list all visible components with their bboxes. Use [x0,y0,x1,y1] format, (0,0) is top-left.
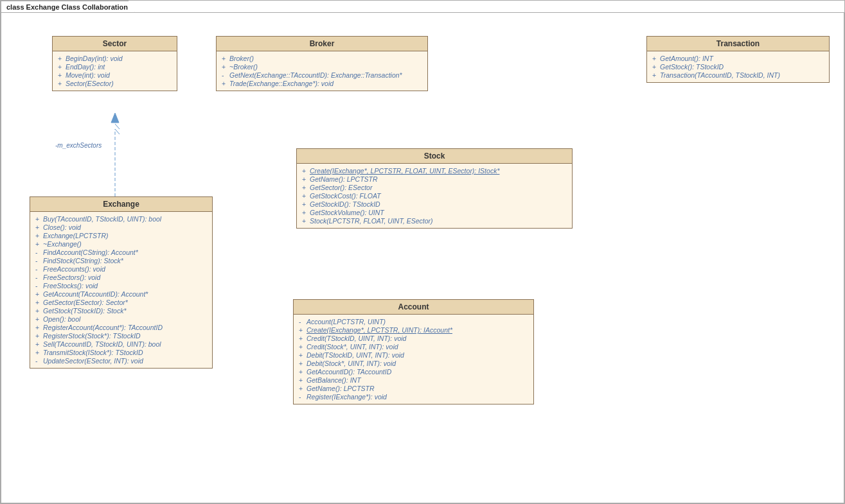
class-exchange-body: +Buy(TAccountID, TStockID, UINT): bool +… [30,212,212,368]
visibility: + [652,55,657,62]
list-item: +Debit(TStockID, UINT, INT): void [299,351,528,359]
visibility: - [222,71,227,79]
class-stock-body: +Create(IExchange*, LPCTSTR, FLOAT, UINT… [297,164,572,228]
list-item: +GetStockVolume(): UINT [302,209,567,216]
class-exchange-header: Exchange [30,197,212,212]
visibility: + [222,55,227,62]
class-stock: Stock +Create(IExchange*, LPCTSTR, FLOAT… [296,148,573,229]
list-item: +Open(): bool [35,315,207,323]
list-item: +GetBalance(): INT [299,376,528,384]
class-exchange: Exchange +Buy(TAccountID, TStockID, UINT… [30,196,213,369]
class-account: Account -Account(LPCTSTR, UINT) +Create(… [293,299,534,404]
list-item: +GetStockID(): TStockID [302,200,567,208]
member-text: Trade(Exchange::Exchange*): void [229,80,334,87]
diagram-container: class Exchange Class Collaboration -m_ex… [0,0,845,504]
member-text: ~Broker() [229,63,258,71]
list-item: + GetStock(): TStockID [652,63,824,71]
class-sector-body: + BeginDay(int): void + EndDay(): int + … [53,51,177,91]
member-text: Broker() [229,55,254,62]
list-item: +TransmitStock(IStock*): TStockID [35,349,207,356]
member-text: EndDay(): int [66,63,105,71]
member-text: Move(int): void [66,71,110,79]
list-item: -FreeSectors(): void [35,274,207,281]
list-item: +~Exchange() [35,240,207,248]
list-item: +GetSector(): ESector [302,184,567,191]
class-broker: Broker + Broker() + ~Broker() - GetNext(… [216,36,428,91]
list-item: +GetStockCost(): FLOAT [302,192,567,200]
class-account-body: -Account(LPCTSTR, UINT) +Create(IExchang… [294,315,533,404]
class-transaction-body: + GetAmount(): INT + GetStock(): TStockI… [647,51,829,82]
list-item: -Register(IExchange*): void [299,393,528,401]
list-item: -FindStock(CString): Stock* [35,257,207,265]
class-stock-header: Stock [297,149,572,164]
member-text: GetNext(Exchange::TAccountID): Exchange:… [229,71,402,79]
diagram-tab: class Exchange Class Collaboration [1,1,135,13]
list-item: +Debit(Stock*, UINT, INT): void [299,360,528,367]
member-text: Sector(ESector) [66,80,114,87]
class-transaction: Transaction + GetAmount(): INT + GetStoc… [646,36,830,83]
list-item: + Trade(Exchange::Exchange*): void [222,80,422,87]
list-item: +GetName(): LPCTSTR [302,175,567,183]
member-text: Transaction(TAccountID, TStockID, INT) [660,71,780,79]
list-item: +GetSector(ESector): Sector* [35,299,207,306]
list-item: -FindAccount(CString): Account* [35,248,207,256]
list-item: + EndDay(): int [58,63,172,71]
visibility: + [58,71,63,79]
list-item: +GetAccountID(): TAccountID [299,368,528,376]
list-item: +Create(IExchange*, LPCTSTR, UINT): IAcc… [299,326,528,334]
list-item: -FreeStocks(): void [35,282,207,290]
list-item: -FreeAccounts(): void [35,265,207,273]
list-item: +Exchange(LPCTSTR) [35,232,207,239]
list-item: + Transaction(TAccountID, TStockID, INT) [652,71,824,79]
class-broker-header: Broker [217,37,427,51]
visibility: + [652,71,657,79]
list-item: + Broker() [222,55,422,62]
list-item: + Sector(ESector) [58,80,172,87]
list-item: +Buy(TAccountID, TStockID, UINT): bool [35,215,207,223]
list-item: +RegisterStock(Stock*): TStockID [35,332,207,340]
member-text: GetAmount(): INT [660,55,713,62]
list-item: +GetName(): LPCTSTR [299,385,528,392]
list-item: +RegisterAccount(Account*): TAccountID [35,324,207,331]
member-text: BeginDay(int): void [66,55,123,62]
list-item: +Credit(Stock*, UINT, INT): void [299,343,528,351]
member-text: GetStock(): TStockID [660,63,724,71]
class-sector: Sector + BeginDay(int): void + EndDay():… [52,36,177,91]
list-item: - GetNext(Exchange::TAccountID): Exchang… [222,71,422,79]
list-item: + ~Broker() [222,63,422,71]
list-item: +Create(IExchange*, LPCTSTR, FLOAT, UINT… [302,167,567,175]
list-item: +Credit(TStockID, UINT, INT): void [299,335,528,342]
list-item: -Account(LPCTSTR, UINT) [299,318,528,326]
list-item: +Stock(LPCTSTR, FLOAT, UINT, ESector) [302,217,567,225]
visibility: + [222,80,227,87]
class-broker-body: + Broker() + ~Broker() - GetNext(Exchang… [217,51,427,91]
list-item: + Move(int): void [58,71,172,79]
class-transaction-header: Transaction [647,37,829,51]
list-item: + GetAmount(): INT [652,55,824,62]
class-sector-header: Sector [53,37,177,51]
list-item: +GetStock(TStockID): Stock* [35,307,207,315]
connector-label: -m_exchSectors [55,142,102,149]
visibility: + [222,63,227,71]
class-account-header: Account [294,300,533,315]
list-item: + BeginDay(int): void [58,55,172,62]
visibility: + [58,63,63,71]
list-item: +GetAccount(TAccountID): Account* [35,290,207,298]
visibility: + [652,63,657,71]
visibility: + [58,55,63,62]
list-item: -UpdateSector(ESector, INT): void [35,357,207,365]
list-item: +Sell(TAccountID, TStockID, UINT): bool [35,340,207,348]
list-item: +Close(): void [35,223,207,231]
visibility: + [58,80,63,87]
